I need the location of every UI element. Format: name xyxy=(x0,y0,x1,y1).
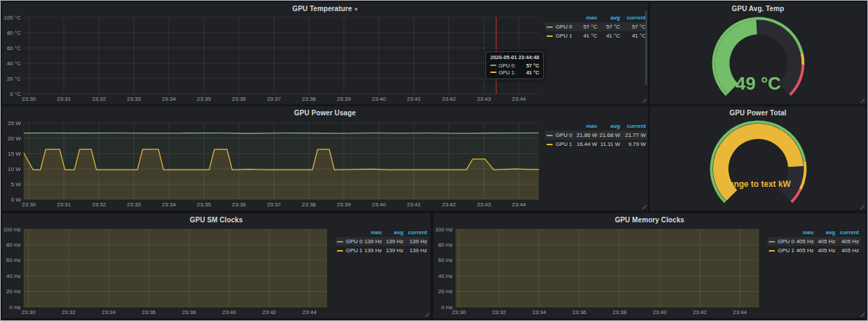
legend-stat-value: 405 Hz xyxy=(792,246,814,255)
x-axis-tick-label: 23:43 xyxy=(477,96,492,102)
legend-row[interactable]: GPU 141 °C41 °C41 °C xyxy=(545,31,647,40)
tooltip-series-value: 41 °C xyxy=(521,69,540,76)
tooltip-timestamp: 2020-05-01 23:44:48 xyxy=(490,54,539,60)
legend-column-header[interactable]: avg xyxy=(814,228,835,237)
gpu-power-total-gauge: range to text kW xyxy=(650,106,866,211)
series-color-dash-icon[interactable] xyxy=(546,135,553,136)
legend-stat-value: 11.11 W xyxy=(597,140,620,149)
x-axis-tick-label: 23:41 xyxy=(407,201,422,208)
y-axis-tick-label: 5 W xyxy=(11,181,22,188)
legend-stat-value: 139 Hz xyxy=(382,246,403,255)
tooltip-series-label: GPU 0: xyxy=(499,63,516,69)
x-axis-tick-label: 23:40 xyxy=(653,309,667,315)
gpu-power-usage-legend[interactable]: maxavgcurrentGPU 021.86 W21.68 W21.77 WG… xyxy=(545,122,647,149)
y-axis-tick-label: 0 Hz xyxy=(10,304,21,311)
legend-column-header[interactable]: current xyxy=(403,228,427,237)
series-color-dash-icon[interactable] xyxy=(546,26,553,28)
y-axis-tick-label: 60 Hz xyxy=(438,257,453,263)
y-axis-tick-label: 0 Hz xyxy=(442,304,453,311)
y-axis-tick-label: 100 Hz xyxy=(435,227,453,233)
y-axis-tick-label: 20 °C xyxy=(7,76,21,82)
legend-row[interactable]: GPU 057 °C57 °C57 °C xyxy=(545,22,647,31)
legend-stat-value: 21.77 W xyxy=(620,131,646,140)
legend-row[interactable]: GPU 0405 Hz405 Hz405 Hz xyxy=(767,237,860,246)
series-color-dash-icon[interactable] xyxy=(337,250,343,252)
legend-column-header[interactable]: max xyxy=(574,122,597,131)
legend-column-header[interactable]: avg xyxy=(597,13,620,22)
series-color-dash-icon[interactable] xyxy=(546,35,553,37)
panel-gpu-power-total: GPU Power Total range to text kW xyxy=(650,106,866,211)
panel-resize-handle[interactable] xyxy=(642,204,646,209)
legend-column-header[interactable]: max xyxy=(574,13,597,22)
legend-column-header[interactable]: current xyxy=(835,228,859,237)
legend-stat-value: 405 Hz xyxy=(835,246,859,255)
y-axis-tick-label: 0 W xyxy=(11,197,22,203)
gpu-memory-clocks-legend[interactable]: maxavgcurrentGPU 0405 Hz405 Hz405 HzGPU … xyxy=(767,228,860,255)
legend-row[interactable]: GPU 0139 Hz139 Hz139 Hz xyxy=(335,237,428,246)
gpu-temperature-legend[interactable]: maxavgcurrentGPU 057 °C57 °C57 °CGPU 141… xyxy=(545,13,647,40)
x-axis-tick-label: 23:34 xyxy=(162,96,176,102)
x-axis-tick-label: 23:38 xyxy=(302,96,317,102)
x-axis-tick-label: 23:34 xyxy=(101,309,116,315)
x-axis-tick-label: 23:38 xyxy=(612,309,627,315)
x-axis-tick-label: 23:30 xyxy=(452,309,467,315)
panel-title-gpu-power-usage[interactable]: GPU Power Usage xyxy=(2,109,648,117)
legend-row[interactable]: GPU 1139 Hz139 Hz139 Hz xyxy=(335,246,428,255)
x-axis-tick-label: 23:38 xyxy=(302,201,317,208)
x-axis-tick-label: 23:42 xyxy=(442,201,456,208)
panel-title-gpu-power-total[interactable]: GPU Power Total xyxy=(650,109,866,117)
panel-title-text: GPU Avg. Temp xyxy=(732,5,784,13)
y-axis-tick-label: 10 W xyxy=(8,166,21,172)
legend-column-header[interactable]: max xyxy=(792,228,814,237)
panel-resize-handle[interactable] xyxy=(424,312,429,317)
panel-resize-handle[interactable] xyxy=(642,98,646,103)
series-name[interactable]: GPU 0 xyxy=(556,22,572,31)
panel-title-gpu-memory-clocks[interactable]: GPU Memory Clocks xyxy=(433,216,866,224)
tooltip-series-row: GPU 1:41 °C xyxy=(490,69,539,76)
legend-column-header[interactable]: avg xyxy=(597,122,620,131)
series-name[interactable]: GPU 0 xyxy=(556,131,572,140)
legend-scrollbar[interactable] xyxy=(645,10,647,85)
panel-title-gpu-avg-temp[interactable]: GPU Avg. Temp xyxy=(650,5,866,13)
tooltip-series-value: 57 °C xyxy=(521,63,540,69)
x-axis-tick-label: 23:42 xyxy=(442,96,456,102)
panel-resize-handle[interactable] xyxy=(860,98,865,103)
panel-resize-handle[interactable] xyxy=(860,204,865,209)
series-color-dash-icon[interactable] xyxy=(769,241,775,242)
legend-column-header[interactable]: avg xyxy=(382,228,403,237)
panel-title-gpu-temperature[interactable]: GPU Temperature▾ xyxy=(2,5,648,13)
gauge-value-text: range to text kW xyxy=(726,179,791,189)
x-axis-tick-label: 23:44 xyxy=(303,309,317,315)
panel-resize-handle[interactable] xyxy=(860,312,865,317)
legend-stat-value: 139 Hz xyxy=(403,246,427,255)
panel-title-gpu-sm-clocks[interactable]: GPU SM Clocks xyxy=(2,216,431,224)
x-axis-tick-label: 23:32 xyxy=(492,309,507,315)
x-axis-tick-label: 23:31 xyxy=(57,96,72,102)
y-axis-tick-label: 80 Hz xyxy=(438,242,453,248)
series-name[interactable]: GPU 1 xyxy=(556,140,572,149)
x-axis-tick-label: 23:43 xyxy=(477,201,492,208)
series-color-dash-icon[interactable] xyxy=(337,241,343,242)
series-color-dash-icon xyxy=(490,72,496,73)
gpu-avg-temp-gauge: 49 °C xyxy=(650,2,866,104)
x-axis-tick-label: 23:36 xyxy=(232,96,247,102)
x-axis-tick-label: 23:30 xyxy=(22,96,37,102)
gpu-sm-clocks-legend[interactable]: maxavgcurrentGPU 0139 Hz139 Hz139 HzGPU … xyxy=(335,228,428,255)
legend-header-row: maxavgcurrent xyxy=(545,122,647,131)
series-color-dash-icon[interactable] xyxy=(769,250,775,252)
legend-row[interactable]: GPU 116.44 W11.11 W9.79 W xyxy=(545,140,647,149)
legend-row[interactable]: GPU 021.86 W21.68 W21.77 W xyxy=(545,131,647,140)
legend-column-header[interactable]: current xyxy=(620,122,646,131)
series-color-dash-icon[interactable] xyxy=(546,144,553,145)
series-name[interactable]: GPU 1 xyxy=(556,31,572,40)
legend-row[interactable]: GPU 1405 Hz405 Hz405 Hz xyxy=(767,246,860,255)
gauge-threshold-ring xyxy=(802,53,803,65)
x-axis-tick-label: 23:36 xyxy=(232,201,247,208)
legend-column-header[interactable]: max xyxy=(360,228,382,237)
x-axis-tick-label: 23:40 xyxy=(222,309,237,315)
x-axis-tick-label: 23:37 xyxy=(267,201,281,208)
gauge-value-text: 49 °C xyxy=(735,73,781,94)
x-axis-tick-label: 23:31 xyxy=(57,201,72,208)
legend-column-header[interactable]: current xyxy=(620,13,646,22)
panel-gpu-memory-clocks: GPU Memory Clocks 0 Hz20 Hz40 Hz60 Hz80 … xyxy=(433,213,866,318)
